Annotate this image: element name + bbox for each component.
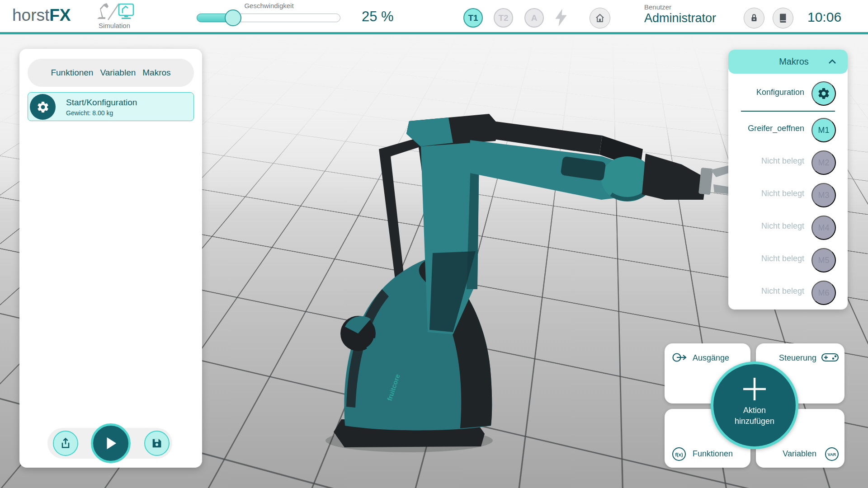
makros-config-row: Konfiguration — [728, 81, 848, 107]
simulation-mode-indicator[interactable]: Simulation — [90, 2, 139, 29]
program-panel: Funktionen Variablen Makros Start/Konfig… — [19, 49, 202, 468]
export-icon — [59, 437, 72, 450]
play-icon — [104, 436, 118, 451]
gear-icon — [36, 100, 50, 114]
manual-book-icon — [778, 13, 788, 23]
var-icon: VAR — [825, 447, 839, 461]
export-button[interactable] — [53, 431, 78, 456]
makros-title: Makros — [779, 56, 809, 67]
macro-button-m6[interactable]: M6 — [811, 281, 836, 305]
lock-icon — [749, 13, 760, 23]
add-action-button[interactable]: Aktion hinzufügen — [711, 361, 798, 449]
home-button[interactable] — [590, 8, 610, 28]
macro-button-m4[interactable]: M4 — [811, 216, 836, 240]
mode-button-a[interactable]: A — [524, 8, 544, 28]
macro-button-m1[interactable]: M1 — [811, 118, 836, 142]
plus-icon — [741, 376, 768, 402]
user-label: Benutzer — [644, 3, 716, 11]
program-toolbar — [47, 428, 172, 459]
macro-label-m2: Nicht belegt — [761, 156, 804, 166]
config-label: Konfiguration — [756, 88, 804, 97]
add-action-label-line2: hinzufügen — [735, 416, 774, 427]
macro-label-m1: Greifer_oeffnen — [748, 124, 804, 133]
macro-row-m1: Greifer_oeffnen M1 — [728, 118, 848, 142]
action-label-funktionen: Funktionen — [693, 449, 733, 459]
speed-slider[interactable] — [197, 14, 340, 22]
step-subtitle: Gewicht: 8.00 kg — [66, 109, 113, 117]
macro-row-m5: Nicht belegt M5 — [728, 248, 848, 272]
makros-header[interactable]: Makros — [728, 50, 848, 74]
macro-label-m4: Nicht belegt — [761, 221, 804, 231]
manual-button[interactable] — [773, 8, 793, 28]
action-label-variablen: Variablen — [783, 449, 816, 459]
macro-row-m2: Nicht belegt M2 — [728, 150, 848, 175]
clock: 10:06 — [807, 9, 841, 25]
mode-button-t1[interactable]: T1 — [463, 8, 483, 28]
add-action-label-line1: Aktion — [735, 405, 774, 416]
simulation-label: Simulation — [90, 22, 139, 29]
action-label-steuerung: Steuerung — [779, 353, 816, 363]
speed-slider-label: Geschwindigkeit — [224, 2, 314, 9]
makros-divider — [741, 111, 835, 112]
power-icon — [553, 8, 569, 27]
tab-funktionen[interactable]: Funktionen — [51, 68, 93, 78]
makros-panel: Makros Konfiguration Greifer_oeffnen M1 … — [728, 50, 848, 310]
step-icon-circle — [30, 94, 56, 120]
macro-button-m5[interactable]: M5 — [811, 248, 836, 272]
macro-label-m5: Nicht belegt — [761, 254, 804, 263]
speed-slider-handle[interactable] — [225, 9, 241, 26]
fx-icon: f(x) — [672, 447, 686, 461]
action-label-ausgaenge: Ausgänge — [693, 353, 729, 363]
var-badge-text: VAR — [828, 452, 836, 457]
home-icon — [594, 12, 606, 24]
macro-label-m3: Nicht belegt — [761, 189, 804, 198]
macro-row-m6: Nicht belegt M6 — [728, 281, 848, 305]
macro-label-m6: Nicht belegt — [761, 286, 804, 296]
speed-value: 25 % — [362, 9, 407, 25]
simulation-icon — [93, 2, 136, 21]
output-icon — [672, 352, 687, 363]
tab-makros[interactable]: Makros — [142, 68, 170, 78]
action-menu: Ausgänge Steuerung f(x) Funktionen Varia… — [665, 343, 844, 468]
app-logo-text-light: horst — [12, 6, 49, 24]
program-step-start-konfiguration[interactable]: Start/Konfiguration Gewicht: 8.00 kg — [28, 92, 194, 121]
mode-button-t2[interactable]: T2 — [494, 8, 513, 28]
top-header-bar: horstFX Simulation Geschwindigkeit 25 % … — [0, 0, 868, 34]
macro-button-m2[interactable]: M2 — [811, 150, 836, 175]
fx-badge-text: f(x) — [675, 452, 683, 457]
user-name: Administrator — [644, 11, 716, 25]
macro-button-m3[interactable]: M3 — [811, 183, 836, 207]
macro-row-m3: Nicht belegt M3 — [728, 183, 848, 207]
save-button[interactable] — [144, 431, 170, 456]
save-icon — [151, 437, 163, 450]
macro-row-m4: Nicht belegt M4 — [728, 216, 848, 240]
lock-button[interactable] — [744, 8, 764, 28]
gear-icon — [817, 87, 830, 100]
step-title: Start/Konfiguration — [66, 98, 137, 108]
user-info[interactable]: Benutzer Administrator — [644, 3, 716, 25]
program-tabs: Funktionen Variablen Makros — [28, 59, 194, 87]
chevron-up-icon[interactable] — [827, 56, 838, 67]
tab-variablen[interactable]: Variablen — [100, 68, 136, 78]
app-logo: horstFX — [12, 6, 71, 25]
app-logo-text-bold: FX — [49, 6, 71, 24]
controller-icon — [821, 352, 839, 363]
config-button[interactable] — [811, 81, 836, 106]
play-button[interactable] — [91, 423, 131, 463]
